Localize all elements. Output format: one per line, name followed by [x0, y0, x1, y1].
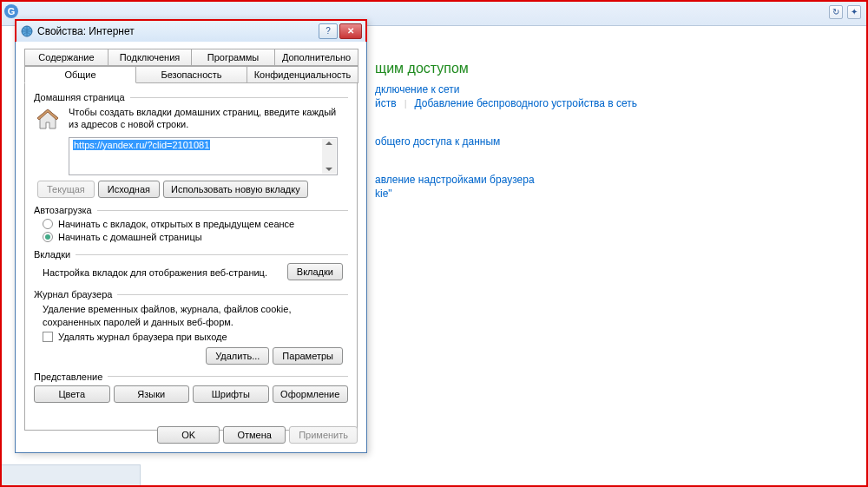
bg-link[interactable]: Добавление беспроводного устройства в се… — [415, 97, 638, 109]
radio-last-session[interactable] — [43, 219, 53, 229]
close-button[interactable]: ✕ — [339, 23, 362, 39]
internet-properties-dialog: Свойства: Интернет ? ✕ Содержание Подклю… — [15, 19, 367, 453]
tabs: Содержание Подключения Программы Дополни… — [24, 49, 358, 83]
bg-heading: щим доступом — [375, 61, 854, 76]
radio-homepage[interactable] — [43, 232, 53, 242]
dialog-title: Свойства: Интернет — [37, 25, 319, 37]
tab-connections[interactable]: Подключения — [108, 49, 192, 66]
group-appearance: Представление Цвета Языки Шрифты Оформле… — [34, 372, 348, 403]
homepage-url-value: https://yandex.ru/?clid=2101081 — [73, 140, 210, 150]
group-label: Журнал браузера — [34, 289, 112, 299]
accessibility-button[interactable]: Оформление — [273, 385, 349, 403]
bg-link[interactable]: авление надстройками браузера — [375, 174, 535, 186]
cancel-button[interactable]: Отмена — [223, 426, 286, 444]
languages-button[interactable]: Языки — [114, 385, 190, 403]
globe-icon — [20, 24, 34, 38]
history-desc: Удаление временных файлов, журнала, файл… — [43, 303, 348, 328]
history-settings-button[interactable]: Параметры — [273, 347, 343, 365]
scrollbar[interactable] — [322, 139, 336, 174]
help-button[interactable]: ? — [319, 23, 338, 39]
homepage-desc: Чтобы создать вкладки домашних страниц, … — [69, 106, 348, 134]
tab-content[interactable]: Содержание — [24, 49, 108, 66]
bg-link[interactable]: дключение к сети — [375, 83, 459, 95]
use-current-button: Текущая — [37, 181, 95, 198]
group-label: Домашняя страница — [34, 92, 125, 102]
radio-label: Начинать с вкладок, открытых в предыдуще… — [58, 219, 294, 229]
tab-general[interactable]: Общие — [24, 66, 136, 83]
tabs-desc: Настройка вкладок для отображения веб-ст… — [43, 267, 287, 279]
dialog-footer: OK Отмена Применить — [24, 426, 358, 444]
bg-link[interactable]: йств — [375, 97, 397, 109]
ok-button[interactable]: OK — [157, 426, 220, 444]
fonts-button[interactable]: Шрифты — [193, 385, 269, 403]
checkbox-label: Удалять журнал браузера при выходе — [58, 332, 227, 342]
background-panel: щим доступом дключение к сети йств | Доб… — [366, 26, 863, 234]
tab-advanced[interactable]: Дополнительно — [274, 49, 358, 66]
app-logo-icon: G — [3, 3, 19, 19]
tab-programs[interactable]: Программы — [191, 49, 275, 66]
group-label: Представление — [34, 372, 102, 382]
home-icon — [34, 106, 62, 134]
dialog-titlebar[interactable]: Свойства: Интернет ? ✕ — [15, 19, 367, 42]
tab-privacy[interactable]: Конфиденциальность — [247, 66, 358, 83]
group-history: Журнал браузера Удаление временных файло… — [34, 289, 348, 365]
group-label: Вкладки — [34, 249, 70, 260]
bg-link[interactable]: общего доступа к данным — [375, 135, 500, 148]
group-tabs: Вкладки Настройка вкладок для отображени… — [34, 249, 348, 282]
tab-security[interactable]: Безопасность — [135, 66, 247, 83]
radio-label: Начинать с домашней страницы — [58, 232, 202, 242]
group-startup: Автозагрузка Начинать с вкладок, открыты… — [34, 205, 348, 242]
svg-text:G: G — [8, 6, 16, 16]
homepage-url-input[interactable]: https://yandex.ru/?clid=2101081 — [69, 137, 338, 175]
taskbar-stub — [2, 464, 141, 485]
apply-button: Применить — [289, 426, 358, 444]
delete-button[interactable]: Удалить... — [206, 347, 269, 365]
tab-panel-general: Домашняя страница Чтобы создать вкладки … — [24, 83, 358, 431]
delete-on-exit-checkbox[interactable] — [43, 332, 53, 342]
group-label: Автозагрузка — [34, 205, 92, 215]
colors-button[interactable]: Цвета — [34, 385, 110, 403]
pin-icon[interactable]: ✦ — [847, 5, 861, 19]
use-default-button[interactable]: Исходная — [98, 181, 160, 198]
group-homepage: Домашняя страница Чтобы создать вкладки … — [34, 92, 348, 198]
refresh-icon[interactable]: ↻ — [829, 5, 843, 19]
use-newtab-button[interactable]: Использовать новую вкладку — [163, 181, 308, 198]
tabs-settings-button[interactable]: Вкладки — [287, 263, 343, 280]
topbar-controls: ↻ ✦ — [827, 5, 861, 19]
bg-link[interactable]: kie" — [375, 188, 392, 200]
